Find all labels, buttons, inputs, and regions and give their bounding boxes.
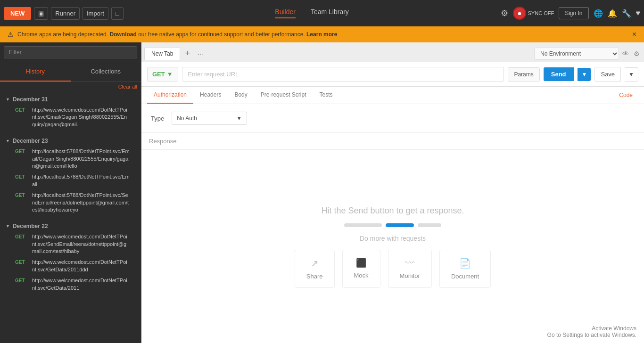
sign-in-button[interactable]: Sign In	[559, 7, 588, 19]
clear-all-button[interactable]: Clear all	[118, 84, 137, 90]
deprecation-banner: ⚠ Chrome apps are being deprecated. Down…	[0, 26, 644, 42]
share-icon: ↗	[311, 258, 319, 269]
wrench-icon[interactable]: 🔧	[622, 9, 631, 18]
download-link[interactable]: Download	[109, 31, 136, 38]
response-area: Response Hit the Send button to get a re…	[141, 133, 644, 343]
monitor-card[interactable]: 〰 Monitor	[388, 250, 432, 288]
toolbar: NEW ▣ Runner Import □ Builder Team Libra…	[0, 0, 644, 26]
response-message: Hit the Send button to get a response.	[321, 206, 464, 216]
history-url: http://www.welcomedost.com/DotNetTPoint.…	[32, 277, 130, 292]
url-input[interactable]	[182, 67, 504, 82]
toolbar-right: ⚙ ⏺ SYNC OFF Sign In 🌐 🔔 🔧 ♥	[501, 7, 640, 20]
auth-type-dropdown[interactable]: No Auth ▼	[172, 112, 247, 125]
environment-dropdown[interactable]: No Environment	[534, 48, 619, 60]
list-item[interactable]: GET http://www.welcomedost.com/DotNetTPo…	[6, 257, 135, 275]
banner-text: Chrome apps are being deprecated. Downlo…	[17, 31, 337, 38]
monitor-icon: 〰	[405, 258, 414, 269]
document-card[interactable]: 📄 Document	[439, 250, 491, 288]
heart-icon[interactable]: ♥	[636, 9, 641, 17]
method-badge: GET	[15, 278, 28, 292]
method-select[interactable]: GET ▼	[147, 67, 178, 82]
tab-pre-request-script[interactable]: Pre-request Script	[254, 87, 313, 104]
collections-tab[interactable]: Collections	[71, 62, 141, 82]
sidebar-header: Clear all	[0, 82, 141, 91]
builder-tab[interactable]: Builder	[275, 8, 296, 18]
search-input[interactable]	[4, 46, 137, 58]
mock-card[interactable]: ⬛ Mock	[342, 250, 380, 288]
tab-label: New Tab	[151, 50, 173, 57]
date-group-header-dec23[interactable]: December 23	[6, 136, 135, 146]
layout-icon-button[interactable]: ▣	[34, 7, 48, 20]
env-settings-button[interactable]: ⚙	[632, 49, 641, 59]
interceptor-icon[interactable]: ⚙	[501, 8, 508, 18]
add-tab-button[interactable]: +	[182, 48, 193, 59]
tab-authorization[interactable]: Authorization	[147, 87, 193, 104]
save-button[interactable]: Save	[594, 67, 621, 82]
sidebar-tabs: History Collections	[0, 62, 141, 82]
response-label: Response	[149, 138, 177, 145]
tab-tests[interactable]: Tests	[313, 87, 339, 104]
bell-icon[interactable]: 🔔	[608, 9, 617, 18]
date-group-header-dec22[interactable]: December 22	[6, 221, 135, 231]
mock-label: Mock	[354, 272, 369, 279]
tab-headers[interactable]: Headers	[193, 87, 228, 104]
request-bar: GET ▼ Params Send ▼ Save ▼	[141, 62, 644, 87]
sidebar-search-container	[0, 42, 141, 62]
history-url: http://www.welcomedost.com/DotNetTPoint.…	[32, 259, 130, 273]
method-badge: GET	[15, 107, 28, 128]
mock-icon: ⬛	[356, 258, 366, 268]
history-group-dec31: December 31 GET http://www.welcomedost.c…	[0, 91, 141, 133]
action-cards: ↗ Share ⬛ Mock 〰 Monitor 📄 Document	[295, 250, 491, 288]
send-dropdown-button[interactable]: ▼	[578, 68, 591, 81]
share-card[interactable]: ↗ Share	[295, 250, 335, 288]
history-group-dec22: December 22 GET http://www.welcomedost.c…	[0, 218, 141, 296]
list-item[interactable]: GET http://localhost:5788/DotNetTPoint.s…	[6, 172, 135, 190]
list-item[interactable]: GET http://localhost:5788/DotNetTPoint.s…	[6, 146, 135, 172]
code-link[interactable]: Code	[613, 87, 638, 103]
tab-body[interactable]: Body	[228, 87, 254, 104]
sidebar: History Collections Clear all December 3…	[0, 42, 141, 343]
tabs-bar: New Tab + ··· No Environment 👁 ⚙	[141, 42, 644, 62]
history-url: http://www.welcomedost.com/DotNetTPoint.…	[32, 233, 130, 255]
globe-icon[interactable]: 🌐	[594, 9, 603, 18]
auth-type-label: Type	[151, 115, 164, 122]
response-body: Hit the Send button to get a response. D…	[141, 150, 644, 343]
auth-section: Type No Auth ▼	[141, 104, 644, 133]
date-group-header-dec31[interactable]: December 31	[6, 94, 135, 105]
request-tabs: Authorization Headers Body Pre-request S…	[141, 87, 644, 104]
sync-button[interactable]: ⏺ SYNC OFF	[513, 7, 554, 20]
params-button[interactable]: Params	[508, 67, 539, 82]
list-item[interactable]: GET http://localhost:5788/DotNetTPoint.s…	[6, 190, 135, 215]
method-chevron-icon: ▼	[167, 71, 173, 78]
env-eye-button[interactable]: 👁	[621, 49, 630, 59]
history-tab[interactable]: History	[0, 62, 71, 82]
bar-3	[418, 223, 441, 227]
tab-new-tab[interactable]: New Tab	[144, 47, 180, 60]
list-item[interactable]: GET http://www.welcomedost.com/DotNetTPo…	[6, 275, 135, 294]
import-button[interactable]: Import	[83, 7, 108, 20]
more-tabs-button[interactable]: ···	[195, 49, 206, 58]
send-button[interactable]: Send	[544, 67, 574, 81]
list-item[interactable]: GET http://www.welcomedost.com/DotNetTPo…	[6, 105, 135, 130]
team-library-tab[interactable]: Team Library	[311, 8, 349, 18]
method-badge: GET	[15, 234, 28, 255]
history-url: http://localhost:5788/DotNetTPoint.svc/E…	[32, 173, 130, 188]
list-item[interactable]: GET http://www.welcomedost.com/DotNetTPo…	[6, 231, 135, 257]
new-button[interactable]: NEW	[4, 7, 31, 20]
layout2-icon-button[interactable]: □	[111, 7, 124, 20]
content-area: New Tab + ··· No Environment 👁 ⚙ GET ▼ P…	[141, 42, 644, 343]
history-url: http://www.welcomedost.com/DotNetTPoint.…	[32, 106, 130, 128]
save-dropdown-button[interactable]: ▼	[625, 67, 638, 82]
history-url: http://localhost:5788/DotNetTPoint.svc/S…	[32, 192, 130, 213]
learn-more-link[interactable]: Learn more	[306, 31, 337, 38]
auth-type-value: No Auth	[177, 115, 197, 122]
runner-button[interactable]: Runner	[51, 7, 80, 20]
response-bars	[344, 223, 441, 227]
warning-icon: ⚠	[8, 31, 14, 38]
document-label: Document	[451, 273, 479, 280]
auth-chevron-icon: ▼	[236, 115, 242, 122]
banner-close-button[interactable]: ×	[632, 30, 636, 39]
document-icon: 📄	[459, 258, 471, 269]
method-badge: GET	[15, 193, 28, 213]
sync-circle: ⏺	[513, 7, 526, 20]
